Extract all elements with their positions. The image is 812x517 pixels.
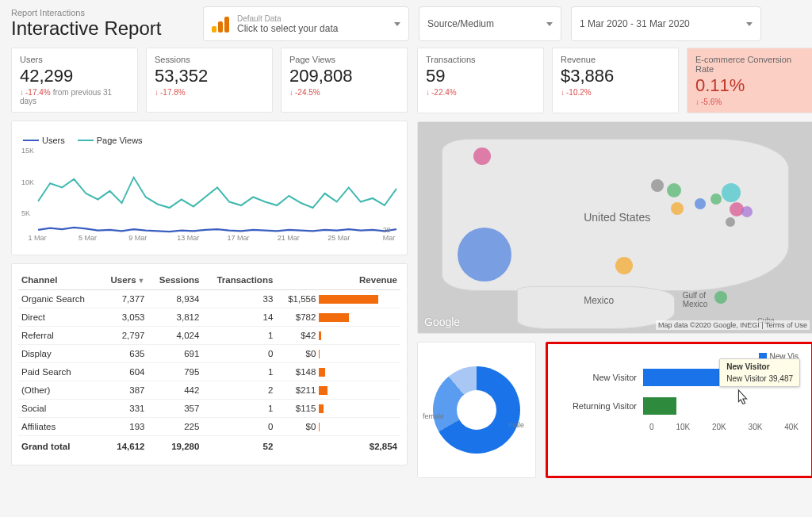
map-attribution: Map data ©2020 Google, INEGI | Terms of … (656, 320, 810, 330)
kpi-value: 53,352 (155, 66, 264, 86)
kpi-label: Users (20, 55, 129, 64)
table-row[interactable]: Paid Search6047951$148 (18, 363, 400, 381)
channel-table[interactable]: ChannelUsers▼SessionsTransactionsRevenue… (18, 270, 400, 455)
kpi-row-left: Users42,299↓-17.4%from previous 31 daysS… (11, 48, 408, 113)
kpi-card[interactable]: Users42,299↓-17.4%from previous 31 days (11, 48, 138, 113)
data-source-sub: Click to select your data (237, 23, 388, 34)
table-header[interactable]: Transactions (202, 270, 276, 290)
donut-label-male: male (508, 421, 524, 429)
table-header[interactable]: Revenue (276, 270, 400, 290)
chart-tooltip: New Visitor New Visitor 39,487 (719, 358, 800, 387)
table-header[interactable]: Sessions (147, 270, 202, 290)
tooltip-title: New Visitor (726, 362, 793, 371)
tooltip-value: New Visitor 39,487 (726, 374, 793, 383)
data-source-dropdown[interactable]: Default Data Click to select your data (203, 6, 409, 41)
page-title-block: Report Interactions Interactive Report (11, 6, 193, 41)
visitor-bar-card[interactable]: New Vis New VisitorReturning Visitor 010… (546, 342, 812, 478)
kpi-card[interactable]: Page Views209,808↓-24.5% (281, 48, 408, 113)
google-logo: Google (424, 316, 460, 328)
kpi-row-right: Transactions59↓-22.4%Revenue$3,886↓-10.2… (417, 48, 812, 113)
table-row[interactable]: (Other)3874422$211 (18, 381, 400, 400)
line-chart-card[interactable]: Users Page Views 15K 10K 5K 1 Mar5 Mar9 … (11, 121, 408, 255)
donut-chart (433, 366, 520, 454)
legend-swatch (23, 140, 39, 141)
legend-pageviews: Page Views (97, 136, 143, 145)
page-title: Interactive Report (11, 17, 193, 40)
channel-table-card: ChannelUsers▼SessionsTransactionsRevenue… (11, 263, 408, 465)
table-header[interactable]: Users▼ (101, 270, 148, 290)
legend-swatch (78, 140, 94, 141)
kpi-value: $3,886 (561, 66, 670, 86)
kpi-card[interactable]: E-commerce Conversion Rate0.11%↓-5.6% (687, 48, 812, 113)
kpi-label: E-commerce Conversion Rate (695, 55, 805, 74)
cursor-pointer-icon (733, 389, 751, 409)
dimension-dropdown[interactable]: Source/Medium (419, 6, 561, 41)
date-range-value: 1 Mar 2020 - 31 Mar 2020 (580, 18, 740, 29)
donut-label-female: female (423, 412, 444, 420)
kpi-delta: ↓-5.6% (695, 98, 805, 106)
legend-users: Users (42, 136, 65, 145)
table-row[interactable]: Organic Search7,3778,93433$1,556 (18, 290, 400, 308)
map-mexico-label: Mexico (584, 295, 614, 306)
kpi-delta: ↓-22.4% (426, 88, 535, 97)
dimension-value: Source/Medium (427, 18, 540, 29)
page-subtitle: Report Interactions (11, 8, 193, 17)
kpi-card[interactable]: Sessions53,352↓-17.8% (146, 48, 273, 113)
data-source-label: Default Data (237, 14, 388, 23)
kpi-label: Page Views (289, 55, 399, 64)
table-header[interactable]: Channel (18, 270, 101, 290)
table-row[interactable]: Referral2,7974,0241$42 (18, 327, 400, 345)
map-gulf-label: Gulf of Mexico (683, 291, 708, 308)
kpi-value: 59 (426, 66, 535, 86)
kpi-card[interactable]: Revenue$3,886↓-10.2% (552, 48, 679, 113)
kpi-card[interactable]: Transactions59↓-22.4% (417, 48, 544, 113)
map-country-label: United States (584, 211, 650, 224)
table-row[interactable]: Display6356910$0 (18, 345, 400, 363)
kpi-label: Revenue (561, 55, 670, 64)
map-card[interactable]: United States Mexico Gulf of Mexico Cuba… (417, 121, 812, 334)
chevron-down-icon (394, 22, 400, 26)
kpi-delta: ↓-10.2% (561, 88, 670, 97)
kpi-value: 42,299 (20, 66, 129, 86)
analytics-icon (212, 15, 229, 33)
table-total-row: Grand total14,61219,28052$2,854 (18, 436, 400, 456)
kpi-delta: ↓-17.8% (155, 88, 264, 97)
kpi-delta: ↓-17.4%from previous 31 days (20, 88, 129, 105)
line-chart: 15K 10K 5K 1 Mar5 Mar9 Mar13 Mar17 Mar21… (18, 147, 400, 242)
table-row[interactable]: Direct3,0533,81214$782 (18, 308, 400, 327)
date-range-dropdown[interactable]: 1 Mar 2020 - 31 Mar 2020 (571, 6, 761, 41)
kpi-value: 209,808 (289, 66, 399, 86)
table-row[interactable]: Social3313571$115 (18, 400, 400, 418)
table-row[interactable]: Affiliates1932250$0 (18, 418, 400, 436)
chevron-down-icon (546, 22, 553, 26)
kpi-delta: ↓-24.5% (289, 88, 399, 97)
bar-row: Returning Visitor (556, 394, 799, 418)
kpi-label: Transactions (426, 55, 535, 64)
chevron-down-icon (746, 22, 753, 26)
kpi-label: Sessions (155, 55, 264, 64)
gender-donut-card[interactable]: female male (417, 342, 536, 478)
kpi-value: 0.11% (695, 75, 805, 96)
